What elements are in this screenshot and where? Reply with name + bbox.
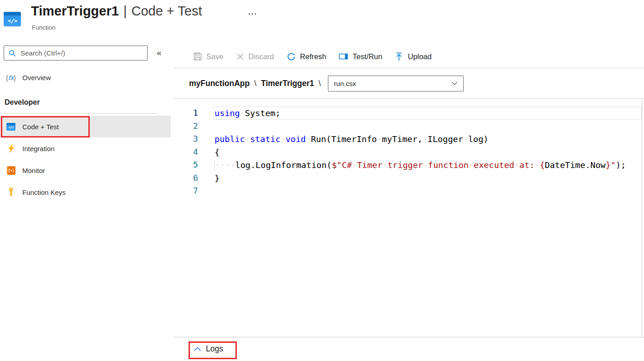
function-code-test-page: </> TimerTrigger1|Code + Test ⋯ Function… <box>0 0 644 361</box>
breadcrumb-app-name[interactable]: myFunctionApp <box>189 79 250 88</box>
chevron-up-icon <box>194 347 201 351</box>
page-subtitle: Function <box>32 24 56 31</box>
page-title-view-name: Code + Test <box>131 4 202 18</box>
line-number: 3 <box>173 132 198 146</box>
collapse-sidebar-icon[interactable]: « <box>155 47 164 59</box>
code-line-content <box>213 184 642 198</box>
code-line-content: } <box>213 172 642 185</box>
file-dropdown-value: run.csx <box>334 80 356 87</box>
sidebar-item-function-keys[interactable]: Function Keys <box>0 181 171 203</box>
search-input[interactable] <box>20 49 147 57</box>
code-line-content: ····log.LogInformation($"C#·Timer·trigge… <box>213 158 642 172</box>
sidebar-item-label: Overview <box>22 74 51 81</box>
test-run-label: Test/Run <box>353 52 382 61</box>
search-icon <box>9 50 16 57</box>
refresh-label: Refresh <box>300 52 327 61</box>
code-line[interactable]: 7 <box>173 184 642 198</box>
lightning-icon <box>6 144 15 153</box>
code-line-content: public·static·void·Run(TimerInfo·myTimer… <box>213 132 642 146</box>
key-icon <box>6 188 15 197</box>
chevron-down-icon <box>451 81 458 86</box>
breadcrumb-function-name[interactable]: TimerTrigger1 <box>261 79 314 88</box>
page-title-function-name: TimerTrigger1 <box>31 4 119 18</box>
code-line[interactable]: 6} <box>173 172 642 185</box>
logs-label: Logs <box>206 344 223 354</box>
sidebar-item-label: Integration <box>22 145 55 153</box>
fx-braces-icon: {fx} <box>6 73 15 82</box>
code-window-icon: </> <box>6 122 15 131</box>
upload-button[interactable]: Upload <box>395 52 431 61</box>
breadcrumb-separator: \ <box>318 79 321 88</box>
file-dropdown[interactable]: run.csx <box>328 76 464 92</box>
code-line[interactable]: 4{ <box>173 146 642 159</box>
editor-toolbar: Save Discard Refresh Test/Run <box>194 46 432 67</box>
sidebar-item-integration[interactable]: Integration <box>0 137 171 159</box>
line-number: 5 <box>173 158 198 172</box>
save-icon <box>194 52 202 61</box>
sidebar-item-monitor[interactable]: Monitor <box>0 159 171 181</box>
refresh-icon <box>287 52 296 61</box>
code-line[interactable]: 3public·static·void·Run(TimerInfo·myTime… <box>173 132 642 146</box>
section-divider <box>5 113 158 114</box>
save-button[interactable]: Save <box>194 52 224 61</box>
code-line[interactable]: 1using·System; <box>173 107 642 120</box>
discard-label: Discard <box>249 52 274 61</box>
code-line[interactable]: 5····log.LogInformation($"C#·Timer·trigg… <box>173 158 642 172</box>
save-label: Save <box>206 52 224 61</box>
code-glyph: </> <box>8 17 17 24</box>
line-number: 2 <box>173 120 198 133</box>
sidebar-item-code-test[interactable]: </> Code + Test <box>0 116 171 137</box>
sidebar-item-label: Code + Test <box>22 123 59 131</box>
sidebar-item-label: Function Keys <box>22 188 66 196</box>
code-line-content: using·System; <box>213 107 642 120</box>
sidebar-item-label: Monitor <box>22 167 45 174</box>
logs-expander-button[interactable]: Logs <box>190 343 228 355</box>
logs-divider <box>173 337 644 337</box>
line-number: 4 <box>173 146 198 159</box>
sidebar-section-developer: Developer <box>5 98 40 107</box>
sidebar-item-overview[interactable]: {fx} Overview <box>0 68 171 86</box>
refresh-button[interactable]: Refresh <box>287 52 327 61</box>
upload-icon <box>395 52 403 61</box>
line-number: 6 <box>173 172 198 185</box>
breadcrumb: myFunctionApp \ TimerTrigger1 \ run.csx <box>189 68 464 98</box>
code-line-content: { <box>213 146 642 159</box>
test-run-button[interactable]: Test/Run <box>339 52 382 61</box>
code-editor[interactable]: 1using·System;23public·static·void·Run(T… <box>173 99 642 337</box>
code-line-content <box>213 120 642 133</box>
breadcrumb-separator: \ <box>254 79 256 88</box>
line-number: 7 <box>173 184 198 198</box>
monitor-telemetry-icon <box>6 166 15 175</box>
more-options-icon[interactable]: ⋯ <box>246 6 260 21</box>
page-title: TimerTrigger1|Code + Test <box>31 4 202 19</box>
function-code-window-icon: </> <box>4 12 21 26</box>
discard-button[interactable]: Discard <box>236 52 274 61</box>
discard-x-icon <box>236 53 244 61</box>
upload-label: Upload <box>408 52 431 61</box>
test-run-panel-icon <box>339 53 348 60</box>
code-line[interactable]: 2 <box>173 120 642 133</box>
page-title-separator: | <box>123 4 127 18</box>
line-number: 1 <box>173 107 198 120</box>
sidebar-search[interactable] <box>4 46 148 61</box>
